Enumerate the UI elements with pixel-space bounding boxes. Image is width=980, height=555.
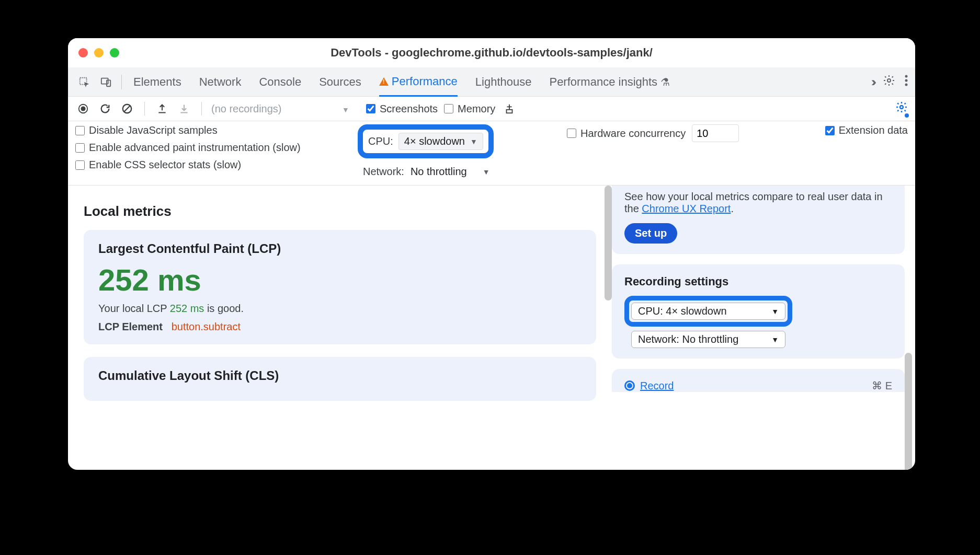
tabbar-right: ›› [871,74,908,89]
right-panel: See how your local metrics compare to re… [612,186,915,470]
performance-toolbar: (no recordings) ▼ Screenshots Memory [68,97,915,121]
hardware-concurrency-checkbox[interactable]: Hardware concurrency [567,128,686,140]
local-metrics-heading: Local metrics [84,203,596,219]
record-shortcut: ⌘ E [872,379,892,392]
scrollbar[interactable] [605,186,612,300]
capture-settings-icon[interactable] [895,101,908,117]
tab-lighthouse[interactable]: Lighthouse [475,67,532,97]
chevron-down-icon: ▼ [470,137,477,146]
advanced-paint-checkbox-input[interactable] [75,143,85,153]
more-tabs-icon[interactable]: ›› [871,75,873,89]
memory-checkbox[interactable]: Memory [444,103,495,115]
cls-card: Cumulative Layout Shift (CLS) [84,357,596,401]
separator [121,75,122,89]
record-option[interactable]: Record ⌘ E [624,379,892,392]
extension-data-checkbox-input[interactable] [825,126,835,135]
screenshots-checkbox[interactable]: Screenshots [366,103,438,115]
svg-point-12 [900,106,903,109]
reload-record-button[interactable] [97,101,113,117]
more-options-icon[interactable] [905,75,908,89]
svg-point-4 [905,75,908,78]
hc-checkbox-input[interactable] [567,129,576,138]
download-icon[interactable] [176,101,192,117]
lcp-desc-val: 252 ms [170,303,204,314]
cpu-label: CPU: [368,135,393,147]
chevron-down-icon: ▼ [483,168,490,176]
recording-settings-card: Recording settings CPU: 4× slowdown ▼ Ne… [612,264,905,359]
inspect-element-icon[interactable] [75,73,93,91]
lcp-card: Largest Contentful Paint (LCP) 252 ms Yo… [84,230,596,344]
window-title: DevTools - googlechrome.github.io/devtoo… [68,46,915,60]
disable-js-label: Disable JavaScript samples [89,124,218,136]
settings-icon[interactable] [883,74,895,89]
memory-label: Memory [458,103,495,115]
chevron-down-icon: ▼ [771,336,779,344]
lcp-desc-post: is good. [204,303,244,314]
hardware-concurrency-input[interactable] [692,124,739,142]
tab-sources[interactable]: Sources [319,67,361,97]
record-button[interactable] [75,101,91,117]
network-throttle-select[interactable]: No throttling ▼ [411,166,490,178]
device-toolbar-icon[interactable] [97,73,115,91]
no-recordings-label: (no recordings) [211,103,282,114]
tab-network[interactable]: Network [199,67,242,97]
screenshots-label: Screenshots [380,103,438,115]
field-desc-post: . [731,203,734,214]
upload-icon[interactable] [154,101,170,117]
zoom-window-button[interactable] [110,48,119,57]
clear-button[interactable] [119,101,135,117]
record-action-card: Record ⌘ E [612,369,905,392]
chevron-down-icon: ▼ [771,307,779,316]
lcp-element-row: LCP Element button.subtract [98,321,582,333]
field-data-card: See how your local metrics compare to re… [612,186,905,254]
recordings-dropdown[interactable]: (no recordings) ▼ [211,103,349,115]
minimize-window-button[interactable] [94,48,104,57]
scrollbar[interactable] [905,353,912,470]
css-selector-label: Enable CSS selector stats (slow) [89,159,241,171]
tab-console[interactable]: Console [259,67,301,97]
rec-network-value: Network: No throttling [638,333,738,345]
hc-label: Hardware concurrency [580,128,686,140]
lcp-description: Your local LCP 252 ms is good. [98,303,582,315]
local-metrics-panel: Local metrics Largest Contentful Paint (… [68,186,612,470]
css-selector-checkbox-input[interactable] [75,160,85,170]
recording-settings-title: Recording settings [624,275,892,288]
close-window-button[interactable] [78,48,88,57]
svg-point-3 [887,79,891,82]
lcp-title: Largest Contentful Paint (LCP) [98,241,582,256]
network-label: Network: [363,166,404,178]
tab-elements[interactable]: Elements [133,67,181,97]
lcp-value: 252 ms [98,262,582,297]
panel-tabbar: Elements Network Console Sources Perform… [68,67,915,97]
disable-js-samples-checkbox[interactable]: Disable JavaScript samples [75,124,337,136]
svg-point-8 [81,106,85,111]
crux-report-link[interactable]: Chrome UX Report [642,203,731,214]
network-value: No throttling [411,166,467,178]
separator [201,102,202,115]
traffic-lights [78,48,119,57]
tab-performance-insights[interactable]: Performance insights ⚗ [549,67,670,97]
disable-js-checkbox-input[interactable] [75,126,85,135]
extension-data-checkbox[interactable]: Extension data [825,124,908,136]
tab-performance[interactable]: Performance [379,67,458,97]
collect-garbage-icon[interactable] [502,101,517,117]
advanced-paint-label: Enable advanced paint instrumentation (s… [89,142,301,154]
field-data-description: See how your local metrics compare to re… [624,191,892,215]
screenshots-checkbox-input[interactable] [366,104,375,113]
svg-rect-11 [507,110,512,113]
lcp-element-value[interactable]: button.subtract [172,321,241,332]
tab-insights-label: Performance insights [549,75,657,89]
rec-network-select[interactable]: Network: No throttling ▼ [631,331,785,348]
setup-button[interactable]: Set up [624,223,677,244]
panel-tabs: Elements Network Console Sources Perform… [133,67,867,97]
main-content: Local metrics Largest Contentful Paint (… [68,186,915,470]
svg-rect-2 [107,80,110,86]
cpu-throttle-select[interactable]: 4× slowdown ▼ [398,133,483,150]
memory-checkbox-input[interactable] [444,104,453,113]
css-selector-stats-checkbox[interactable]: Enable CSS selector stats (slow) [75,159,337,171]
advanced-paint-checkbox[interactable]: Enable advanced paint instrumentation (s… [75,142,337,154]
rec-cpu-highlight: CPU: 4× slowdown ▼ [624,296,792,327]
devtools-window: DevTools - googlechrome.github.io/devtoo… [68,38,915,470]
titlebar: DevTools - googlechrome.github.io/devtoo… [68,38,915,67]
rec-cpu-select[interactable]: CPU: 4× slowdown ▼ [631,303,785,320]
